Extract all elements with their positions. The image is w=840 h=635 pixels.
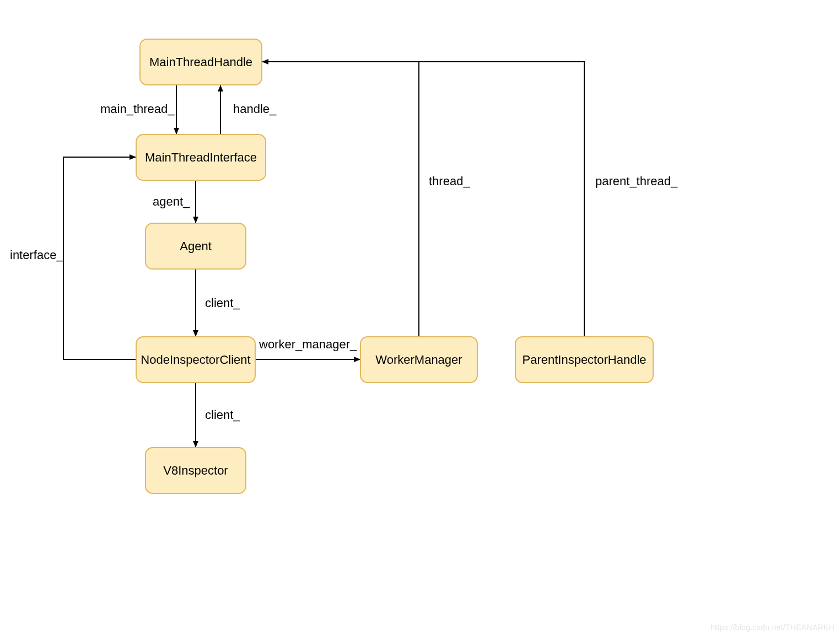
- label-handle: handle_: [233, 102, 276, 116]
- node-main-thread-interface: MainThreadInterface: [136, 134, 266, 181]
- label-worker-manager: worker_manager_: [259, 337, 357, 352]
- label-client-2: client_: [205, 408, 240, 422]
- watermark-text: https://blog.csdn.net/THEANARKH: [710, 623, 834, 632]
- node-worker-manager: WorkerManager: [360, 336, 478, 383]
- diagram-arrows: [0, 0, 840, 635]
- label-parent-thread: parent_thread_: [595, 174, 677, 189]
- label-interface: interface_: [10, 248, 63, 262]
- label-main-thread: main_thread_: [100, 102, 175, 116]
- node-main-thread-handle: MainThreadHandle: [139, 39, 262, 85]
- label-agent: agent_: [153, 195, 190, 209]
- node-node-inspector-client: NodeInspectorClient: [136, 336, 256, 383]
- node-v8-inspector: V8Inspector: [145, 447, 246, 494]
- label-thread: thread_: [429, 174, 470, 189]
- node-parent-inspector-handle: ParentInspectorHandle: [515, 336, 654, 383]
- label-client-1: client_: [205, 296, 240, 310]
- node-agent: Agent: [145, 223, 246, 270]
